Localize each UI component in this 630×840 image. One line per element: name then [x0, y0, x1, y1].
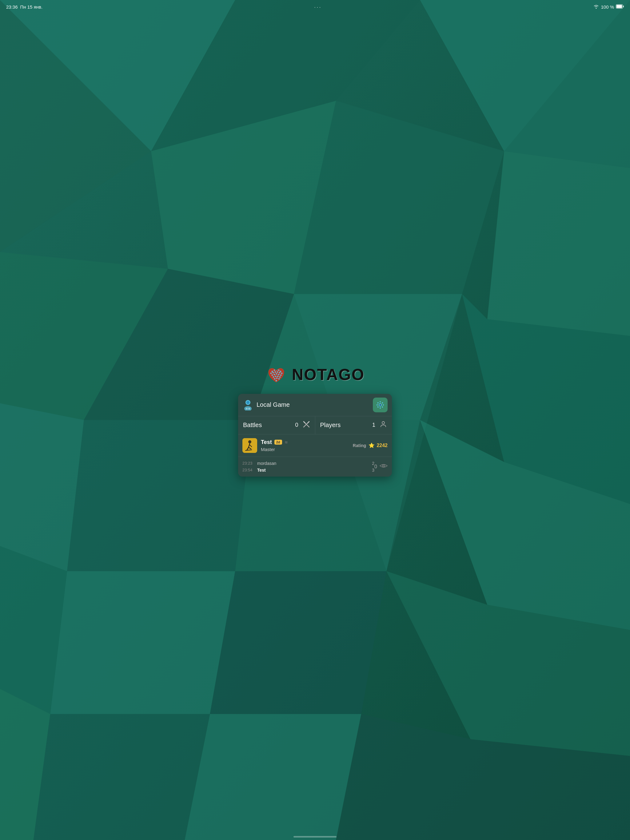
svg-point-30 — [271, 371, 273, 372]
battle-player-0: mordasan — [257, 461, 369, 466]
svg-rect-65 — [377, 402, 379, 403]
svg-point-39 — [279, 372, 280, 373]
eye-icon — [380, 463, 388, 470]
home-indicator — [293, 836, 337, 838]
wifi-icon — [594, 4, 599, 9]
svg-rect-61 — [380, 401, 381, 403]
stats-row: Battles 0 Players 1 — [238, 416, 392, 434]
svg-point-34 — [280, 371, 281, 372]
svg-point-75 — [248, 440, 251, 444]
svg-point-56 — [244, 406, 252, 411]
battle-entry-0: 23:23 mordasan 2 — [242, 460, 374, 467]
status-bar: 23:36 Пн 15 янв. ··· 100 % — [0, 0, 630, 14]
svg-point-50 — [274, 378, 275, 379]
player-row[interactable]: Test 2d ≋ Master Rating ⭐ 2242 — [238, 434, 392, 457]
battle-score-0: 2 — [372, 461, 374, 466]
battle-view[interactable]: 0 — [374, 463, 388, 470]
rating-label: Rating — [353, 443, 366, 448]
svg-rect-63 — [377, 404, 378, 405]
svg-point-47 — [275, 376, 276, 377]
status-indicators: 100 % — [594, 4, 624, 9]
svg-point-46 — [272, 376, 274, 377]
svg-point-42 — [274, 374, 275, 375]
player-rank: Master — [261, 447, 353, 452]
app-title: NOTAGO — [292, 365, 364, 384]
battery-icon — [616, 4, 624, 9]
svg-point-53 — [275, 380, 277, 381]
svg-point-73 — [382, 422, 385, 424]
player-rating: Rating ⭐ 2242 — [353, 442, 388, 448]
swords-icon — [303, 421, 310, 430]
battle-history-row[interactable]: 23:23 mordasan 2 23:54 Test 3 0 — [238, 457, 392, 477]
player-avatar — [242, 438, 257, 453]
svg-point-60 — [379, 404, 381, 406]
svg-point-58 — [248, 408, 250, 409]
players-stat[interactable]: Players 1 — [315, 416, 392, 434]
svg-point-48 — [277, 376, 279, 377]
battery-percentage: 100 % — [601, 4, 614, 9]
star-icon: ⭐ — [369, 442, 375, 448]
svg-point-33 — [278, 369, 279, 371]
battle-time-0: 23:23 — [242, 461, 255, 466]
main-card: Local Game — [238, 394, 392, 477]
svg-point-45 — [280, 374, 282, 376]
svg-point-36 — [272, 372, 274, 373]
battles-count: 0 — [295, 422, 298, 428]
player-name: Test — [261, 439, 272, 445]
svg-rect-64 — [383, 404, 384, 405]
battle-view-count: 0 — [374, 464, 377, 469]
svg-line-72 — [308, 422, 309, 423]
local-game-icon — [242, 399, 253, 411]
local-game-label: Local Game — [256, 401, 370, 408]
status-dots: ··· — [314, 4, 322, 9]
players-count: 1 — [372, 422, 375, 428]
battle-entries: 23:23 mordasan 2 23:54 Test 3 — [242, 460, 374, 474]
svg-point-35 — [270, 373, 272, 374]
svg-rect-28 — [616, 5, 622, 8]
svg-rect-66 — [382, 402, 383, 403]
player-name-row: Test 2d ≋ — [261, 439, 353, 445]
svg-line-71 — [304, 422, 305, 423]
main-content: NOTAGO Local Game — [0, 0, 630, 840]
svg-point-43 — [275, 373, 277, 374]
logo-heart-icon — [266, 364, 287, 385]
svg-point-51 — [276, 377, 277, 379]
svg-point-38 — [277, 371, 278, 373]
svg-point-40 — [281, 373, 282, 374]
local-game-row[interactable]: Local Game — [238, 394, 392, 416]
svg-point-31 — [274, 369, 275, 371]
svg-point-37 — [274, 371, 276, 373]
person-icon — [380, 421, 387, 430]
svg-rect-62 — [380, 407, 381, 409]
svg-point-82 — [383, 466, 384, 466]
players-label: Players — [320, 422, 370, 429]
battles-stat[interactable]: Battles 0 — [238, 416, 315, 434]
battles-label: Battles — [243, 422, 293, 429]
wave-lines-icon: ≋ — [285, 440, 288, 445]
svg-rect-68 — [382, 406, 383, 408]
battle-entry-1: 23:54 Test 3 — [242, 467, 374, 474]
player-rank-badge: 2d — [274, 440, 282, 445]
battle-player-1: Test — [257, 467, 369, 472]
gear-icon — [376, 401, 385, 409]
battle-time-1: 23:54 — [242, 467, 255, 472]
svg-rect-67 — [377, 406, 379, 408]
settings-button[interactable] — [373, 398, 388, 412]
battle-score-1: 3 — [372, 467, 374, 472]
status-time-date: 23:36 Пн 15 янв. — [6, 4, 43, 9]
svg-rect-29 — [623, 6, 624, 7]
player-info: Test 2d ≋ Master — [261, 439, 353, 452]
status-date: Пн 15 янв. — [20, 4, 43, 9]
svg-point-57 — [246, 408, 248, 409]
svg-point-41 — [271, 374, 273, 376]
svg-point-44 — [278, 374, 279, 375]
svg-point-49 — [279, 376, 280, 377]
svg-point-52 — [278, 378, 280, 379]
rating-value: 2242 — [377, 443, 388, 448]
status-time: 23:36 — [6, 4, 18, 9]
svg-point-55 — [246, 401, 250, 404]
logo-area: NOTAGO — [266, 364, 364, 385]
